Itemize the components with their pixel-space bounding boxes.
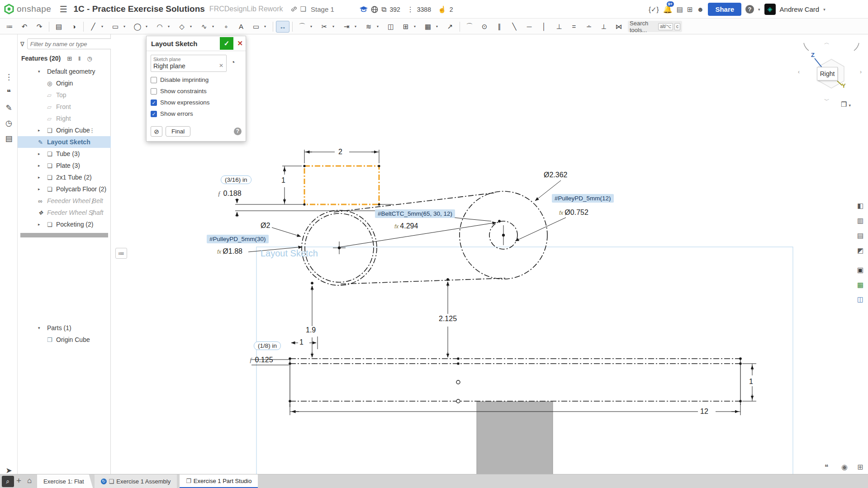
dimension-tool-icon[interactable]: ↔ [276,21,289,33]
feature-row-feeeder-wheel-belt[interactable]: ∞Feeeder Wheel Belt⋮ [18,195,111,207]
search-tools[interactable]: Search tools... alt/⌥ c [628,21,682,32]
filter-input[interactable] [27,38,114,49]
isolate-icon[interactable]: ◩ [855,245,866,256]
bom-table-icon[interactable]: ▦ [855,280,866,290]
parallel-constraint-icon[interactable]: ∥ [493,21,506,33]
filter-icon[interactable]: ∇ [20,41,24,47]
feature-row-top[interactable]: ▱Top [18,89,111,101]
feature-row-right[interactable]: ▱Right [18,113,111,124]
pulley30-expression-tag[interactable]: #PulleyPD_5mm(30) [207,235,269,243]
view-mode-icon[interactable]: ◧ [855,200,866,211]
learning-icon[interactable] [360,6,368,13]
measure-icon[interactable]: ⊞ [857,463,863,471]
rotate-right-icon[interactable]: › [860,69,862,75]
new-tab-button[interactable]: + [16,476,21,486]
dim-plate-height[interactable]: 1 [748,378,754,386]
named-views-icon[interactable]: ▤ [855,230,866,241]
final-button[interactable]: Final [166,126,190,137]
concentric-constraint-icon[interactable]: ⊙ [478,21,491,33]
sketch-view-button[interactable]: ⊘ [151,126,162,137]
dim-drop-left[interactable]: 1.9 [304,326,317,334]
feature-row-plate-3-[interactable]: ▸❏Plate (3) [18,160,111,171]
tab-exercise-1-part-studio[interactable]: ❐Exercise 1 Part Studio [180,474,258,488]
dim-pulley12-bore[interactable]: fxØ0.752 [559,208,588,217]
feature-row-polycarb-floor-2-[interactable]: ▸❏Polycarb Floor (2) [18,183,111,195]
image-tool-icon-caret[interactable]: ▾ [436,24,442,28]
feature-row-layout-sketch[interactable]: ✎Layout Sketch [18,136,111,148]
midpoint-constraint-icon[interactable]: ∸ [582,21,596,33]
transform-tool-icon[interactable]: ↗ [443,21,457,33]
feature-row-tube-3-[interactable]: ▸❏Tube (3) [18,148,111,160]
line-tool-icon-caret[interactable]: ▾ [101,24,107,28]
comment-icon[interactable]: ❝ [0,88,18,97]
dim-pulley12-od[interactable]: Ø2.362 [544,171,567,179]
history-icon[interactable]: ◔ [231,58,235,66]
row-menu-icon[interactable]: ⋮ [89,198,95,204]
circle-tool-icon[interactable]: ◯ [131,21,144,33]
mirror-tool-icon[interactable]: ◫ [384,21,398,33]
symmetric-constraint-icon[interactable]: ⋈ [612,21,626,33]
home-tab-icon[interactable]: ⌂ [27,476,32,485]
point-tool-icon[interactable]: ∘ [219,21,233,33]
pulley12-expression-tag[interactable]: #PulleyPD_5mm(12) [552,194,614,203]
rotate-left-icon[interactable]: ‹ [798,69,800,75]
redo-icon[interactable]: ↷ [33,21,46,33]
checkbox-show-constraints[interactable]: Show constraints [151,88,242,95]
checkbox-unchecked-icon[interactable] [151,88,157,95]
sheet-metal-icon[interactable]: ▤ [52,21,66,33]
chevron-right-icon[interactable]: ▸ [38,163,47,168]
appearance-icon[interactable]: ◑ [67,21,81,33]
feature-row-origin-cube[interactable]: ▸❑Origin Cube⋮ [18,124,111,136]
dim-offset-left[interactable]: 1 [298,338,305,346]
dim-plate-length[interactable]: 12 [699,407,710,416]
dialog-help-icon[interactable]: ? [234,128,242,135]
comment-canvas-icon[interactable]: ❝ [825,463,829,471]
follow-list-icon[interactable]: ▤ [0,134,18,143]
dim-pulley30-pd[interactable]: fxØ1.88 [217,247,242,256]
viewcube-face[interactable]: Right [817,67,838,81]
rectangle-tool-icon[interactable]: ▭ [109,21,122,33]
spline-tool-icon[interactable]: ∿ [197,21,211,33]
dim-plate-offset[interactable]: ƒ0.188 [218,190,242,198]
checkbox-show-errors[interactable]: ✓Show errors [151,110,242,117]
equal-constraint-icon[interactable]: = [567,21,581,33]
arc-tool-icon[interactable]: ◠ [153,21,166,33]
chevron-down-icon[interactable]: ▾ [38,326,47,330]
dim-pulley30-od[interactable]: Ø2 [261,222,270,230]
insert-feature-icon[interactable]: ⋮ [0,72,18,82]
line-tool-icon[interactable]: ╱ [86,21,100,33]
text-tool-icon[interactable]: A [234,21,248,33]
circle-tool-icon-caret[interactable]: ▾ [146,24,152,28]
arc-tool-icon-caret[interactable]: ▾ [168,24,174,28]
sketch-feature-list-icon[interactable]: ≔ [3,21,16,33]
dim-floor-thickness[interactable]: ƒ0.125 [249,356,273,364]
clear-selection-icon[interactable]: ✕ [219,62,223,69]
split-view-icon[interactable]: ◫ [855,294,866,305]
tab-exercise-1-flat[interactable]: Exercise 1: Flat [37,474,93,488]
view-options-button[interactable]: ❒▾ [841,100,851,109]
apps-icon[interactable]: ⊞ [687,5,693,14]
checkbox-show-expressions[interactable]: ✓Show expressions [151,99,242,106]
tab-search-button[interactable]: ⌕ [2,476,14,487]
horizontal-constraint-icon[interactable]: ─ [522,21,536,33]
parts-header[interactable]: ▾ Parts (1) [18,322,111,334]
share-button[interactable]: Share [708,3,741,16]
copies-icon[interactable]: ⧉ [381,5,386,14]
user-menu-caret-icon[interactable]: ▾ [823,7,825,12]
trim-tool-icon[interactable]: ✂ [318,21,331,33]
feedback-icon[interactable]: ▤ [677,5,683,14]
suppress-icon[interactable]: ‖ [78,55,81,62]
feature-row-front[interactable]: ▱Front [18,101,111,113]
feature-row-origin[interactable]: ◎Origin [18,77,111,89]
rotate-down-icon[interactable]: ﹀ [824,97,830,104]
chevron-down-icon[interactable]: ▾ [38,69,47,74]
vertical-constraint-icon[interactable]: │ [537,21,551,33]
fillet-tool-icon-caret[interactable]: ▾ [310,24,316,28]
offset-tool-icon[interactable]: ≋ [362,21,375,33]
notes-icon[interactable]: ✎ [0,103,18,113]
pattern-tool-icon-caret[interactable]: ▾ [414,24,420,28]
panel-scrollbar[interactable] [20,233,108,237]
extend-tool-icon[interactable]: ⇥ [340,21,353,33]
rollback-clock-icon[interactable]: ◷ [87,55,92,62]
extend-tool-icon-caret[interactable]: ▾ [355,24,360,28]
